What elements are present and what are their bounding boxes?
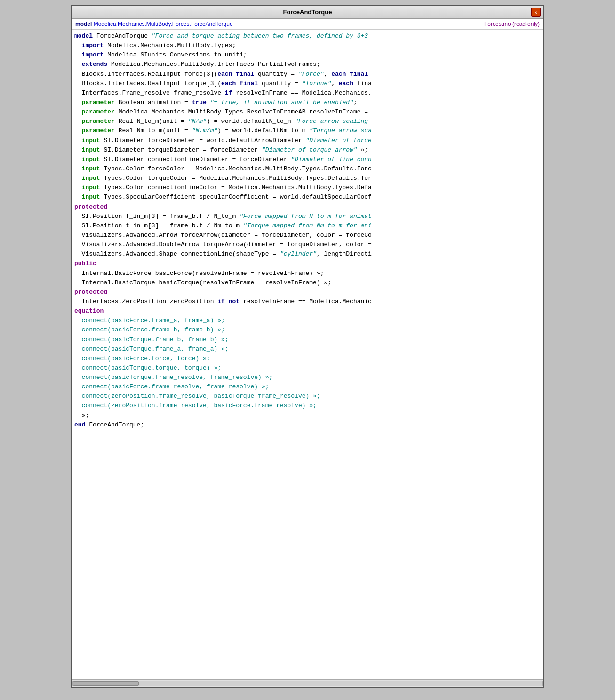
code-editor[interactable]: model ForceAndTorque "Force and torque a… [72, 30, 543, 679]
scrollbar-track[interactable] [72, 681, 543, 686]
class-name: Modelica.Mechanics.MultiBody.Forces.Forc… [94, 21, 233, 27]
title-bar: ForceAndTorque ✕ [72, 6, 543, 19]
window-title: ForceAndTorque [283, 8, 332, 16]
keyword-model: model [75, 21, 92, 27]
close-button[interactable]: ✕ [531, 8, 541, 17]
main-window: ForceAndTorque ✕ model Modelica.Mechanic… [71, 5, 544, 688]
horizontal-scrollbar[interactable] [72, 679, 543, 687]
scrollbar-thumb[interactable] [73, 681, 139, 686]
file-name: Forces.mo (read-only) [484, 21, 540, 27]
model-bar: model Modelica.Mechanics.MultiBody.Force… [72, 19, 543, 30]
model-path: model Modelica.Mechanics.MultiBody.Force… [75, 21, 233, 27]
